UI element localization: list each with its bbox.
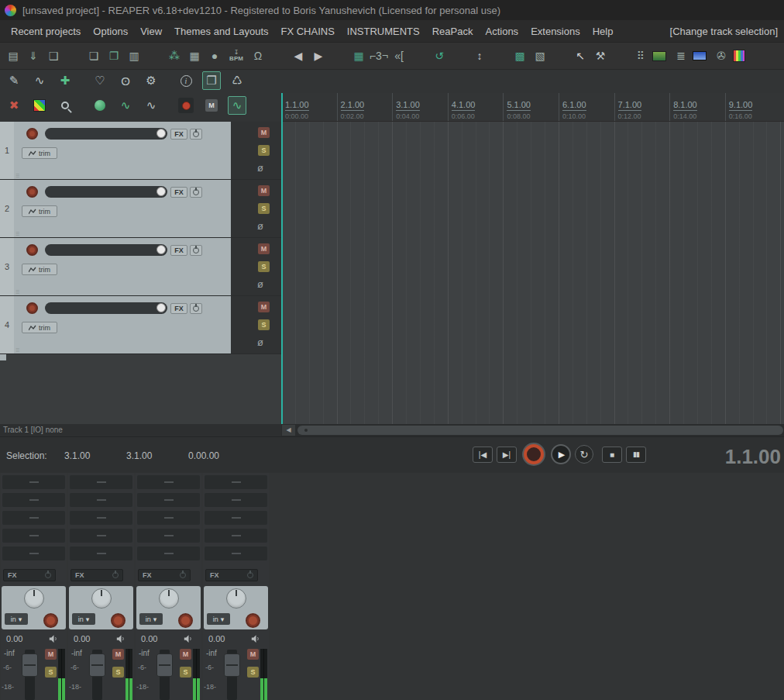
solo-button[interactable]: S: [180, 667, 191, 678]
track-number[interactable]: 2: [0, 180, 14, 237]
mute-button[interactable]: M: [180, 649, 191, 660]
spacer[interactable]: [146, 47, 163, 65]
volume-fader[interactable]: [45, 244, 167, 256]
solo-button[interactable]: S: [112, 667, 124, 678]
volume-fader-thumb[interactable]: [89, 653, 105, 677]
track-panel[interactable]: 4 FX trim ☰ M S ø: [0, 296, 281, 353]
fx-bypass-button[interactable]: [190, 245, 202, 256]
fx-slot[interactable]: [70, 493, 132, 507]
fx-slot[interactable]: [205, 493, 267, 507]
volume-fader[interactable]: [25, 650, 35, 700]
record-arm-button[interactable]: [26, 128, 38, 140]
play-arrow-icon[interactable]: ▶: [310, 47, 327, 65]
track-number[interactable]: 1: [0, 122, 14, 179]
pause-button[interactable]: ▮▮: [626, 447, 646, 463]
solo-button[interactable]: S: [258, 261, 270, 272]
mute-button[interactable]: M: [258, 243, 270, 254]
track-panel[interactable]: 1 FX trim ☰ M S ø: [0, 122, 281, 179]
track-manager-icon[interactable]: ⁂: [166, 47, 183, 65]
zoom-icon[interactable]: [56, 96, 74, 115]
volume-fader-thumb[interactable]: [22, 653, 38, 677]
selection-end[interactable]: 3.1.00: [126, 450, 152, 461]
fx-button[interactable]: FX: [3, 569, 56, 581]
spacer[interactable]: [411, 47, 428, 65]
phase-button[interactable]: ø: [257, 220, 263, 232]
scroll-left-button[interactable]: ◀: [282, 425, 295, 436]
tap-tempo-icon[interactable]: ↧ BPM: [226, 47, 246, 65]
menu-item[interactable]: FX CHAINS: [275, 22, 341, 41]
fx-button[interactable]: FX: [170, 187, 187, 198]
mute-button[interactable]: M: [258, 302, 270, 312]
solo-button[interactable]: S: [45, 667, 57, 678]
loop-button[interactable]: ↻: [575, 445, 593, 464]
mute-button[interactable]: M: [112, 649, 124, 660]
volume-value[interactable]: 0.00: [208, 634, 225, 643]
fx-bypass-button[interactable]: [190, 303, 202, 314]
track-panel[interactable]: 2 FX trim ☰ M S ø: [0, 180, 281, 237]
menu-item[interactable]: INSTRUMENTS: [341, 22, 426, 41]
tape-machine-icon[interactable]: ✇: [713, 47, 730, 65]
delete-icon[interactable]: ♺: [228, 71, 246, 90]
fx-slot[interactable]: [137, 475, 200, 489]
track-panel[interactable]: 3 FX trim ☰ M S ø: [0, 238, 281, 295]
fx-button[interactable]: FX: [170, 129, 187, 140]
spacer[interactable]: [552, 47, 569, 65]
volume-value[interactable]: 0.00: [141, 634, 157, 643]
fx-slot[interactable]: [137, 511, 200, 525]
volume-fader[interactable]: [92, 650, 102, 700]
fx-slot[interactable]: [137, 493, 200, 507]
trim-envelope-button[interactable]: trim: [22, 147, 57, 159]
measure-grid-icon[interactable]: ⌐3¬: [370, 47, 387, 65]
zoom-vertical-icon[interactable]: ↕: [471, 47, 488, 65]
record-arm-button[interactable]: [43, 613, 58, 628]
record-arm-button[interactable]: [246, 613, 260, 628]
video-window-icon[interactable]: [693, 51, 707, 60]
fx-slot[interactable]: [2, 529, 65, 543]
record-arm-button[interactable]: [26, 186, 38, 198]
go-to-start-button[interactable]: |◀: [473, 447, 493, 463]
big-clock-icon[interactable]: ▦: [186, 47, 203, 65]
fx-button[interactable]: FX: [205, 569, 258, 581]
grab-tool-icon[interactable]: [91, 96, 109, 115]
fx-slot[interactable]: [205, 475, 267, 489]
trim-envelope-button[interactable]: trim: [22, 264, 57, 275]
solo-button[interactable]: S: [258, 319, 270, 330]
selection-start[interactable]: 3.1.00: [64, 450, 90, 461]
fx-button[interactable]: FX: [170, 245, 187, 256]
arrange-view[interactable]: [281, 122, 784, 424]
volume-value[interactable]: 0.00: [74, 634, 90, 643]
media-explorer-icon[interactable]: ▥: [126, 47, 143, 65]
horizontal-scrollbar[interactable]: ◀: [281, 424, 784, 436]
menu-item[interactable]: Options: [87, 22, 134, 41]
panel-grip-icon[interactable]: ☰: [15, 289, 19, 295]
metronome-bell-icon[interactable]: Ω: [249, 47, 266, 65]
track-number[interactable]: 4: [0, 296, 14, 353]
metronome-icon[interactable]: ●: [206, 47, 223, 65]
record-arm-button[interactable]: [26, 244, 38, 256]
marquee-zoom-icon[interactable]: ▧: [531, 47, 548, 65]
mute-button[interactable]: M: [45, 649, 57, 660]
fx-slot[interactable]: [70, 529, 132, 543]
fx-slot[interactable]: [70, 547, 132, 560]
record-arm-button[interactable]: [111, 613, 126, 628]
fx-button[interactable]: FX: [138, 569, 191, 581]
solo-button[interactable]: S: [258, 203, 270, 214]
spacer[interactable]: [65, 47, 82, 65]
pan-knob[interactable]: [24, 588, 44, 609]
panel-grip-icon[interactable]: ☰: [15, 347, 19, 353]
fx-slot[interactable]: [137, 529, 200, 543]
volume-fader[interactable]: [45, 186, 167, 198]
wrench-icon[interactable]: ⚙: [142, 71, 160, 90]
spacer[interactable]: [451, 47, 468, 65]
panel-grip-icon[interactable]: ☰: [15, 173, 19, 178]
add-track-icon[interactable]: ✚: [56, 71, 74, 90]
envelope-a-icon[interactable]: ∿: [116, 96, 135, 115]
empty-track-area[interactable]: [0, 354, 281, 424]
mute-button[interactable]: M: [247, 649, 259, 660]
input-select-button[interactable]: in ▾: [72, 613, 95, 625]
envelope-icon[interactable]: ∿: [30, 71, 49, 90]
new-project-icon[interactable]: ❏: [85, 47, 102, 65]
input-select-button[interactable]: in ▾: [207, 613, 230, 625]
panel-grip-icon[interactable]: ☰: [15, 231, 19, 236]
menu-item[interactable]: Help: [586, 22, 620, 41]
